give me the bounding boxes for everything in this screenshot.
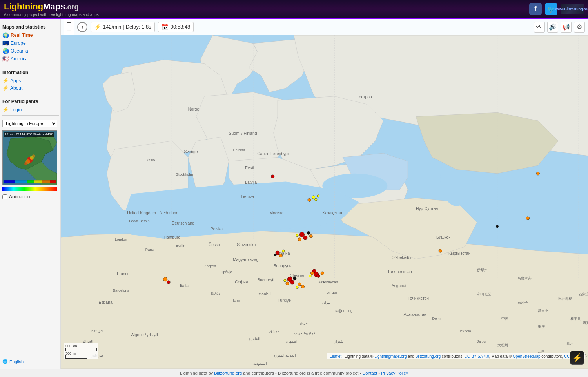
lightning-dot xyxy=(439,249,442,252)
facebook-button[interactable]: f xyxy=(529,3,542,15)
map-label-iraq: العراق xyxy=(300,321,310,325)
lightning-stats: ⚡ 142/min | Delay: 1.8s xyxy=(91,22,155,32)
lightningmaps-link[interactable]: Lightningmaps.org xyxy=(374,354,407,359)
lightning-dot xyxy=(317,195,319,197)
about-icon: ⚡ xyxy=(2,85,9,91)
speaker-icon: 🔊 xyxy=(549,23,557,31)
sidebar-divider-3 xyxy=(2,115,59,116)
speaker-button[interactable]: 🔊 xyxy=(547,22,558,33)
lightning-shortcut-button[interactable]: ⚡ xyxy=(570,351,584,365)
sidebar-divider-2 xyxy=(2,94,59,94)
sidebar-item-america[interactable]: 🇺🇸 America xyxy=(2,55,59,62)
leaflet-link[interactable]: Leaflet xyxy=(330,354,341,359)
map-label-deutschland: Deutschland xyxy=(172,221,194,225)
lightning-dot xyxy=(286,282,289,285)
login-icon: ⚡ xyxy=(2,107,9,112)
map-label-chongqing: 重庆 xyxy=(538,325,545,329)
map-label-france: France xyxy=(117,272,129,276)
sidebar-item-about[interactable]: ⚡ About xyxy=(2,85,59,91)
map-label-shihezi: 石河子 xyxy=(517,301,528,304)
sidebar-item-apps[interactable]: ⚡ Apps xyxy=(2,77,59,84)
main-map[interactable]: Suomi / Finland Norge Sverige Eesti Latv… xyxy=(61,35,588,369)
zoom-controls: + − xyxy=(64,19,74,35)
zoom-out-button[interactable]: − xyxy=(64,27,74,35)
map-label-polska: Polska xyxy=(211,227,223,231)
animation-label[interactable]: Animation xyxy=(9,194,30,199)
animation-checkbox[interactable] xyxy=(2,194,7,199)
globe-icon: 🌍 xyxy=(2,32,9,38)
svg-rect-9 xyxy=(27,180,34,183)
map-label-dagomong: Dağomong xyxy=(334,309,352,313)
footer-contact-link[interactable]: Contact xyxy=(362,371,377,375)
blitzortung-link[interactable]: Blitzortung.org xyxy=(416,354,441,359)
map-label-chisinau: Chișinău xyxy=(290,274,306,278)
lightning-dot xyxy=(290,280,294,284)
mini-map-svg xyxy=(3,131,57,185)
svg-rect-12 xyxy=(50,180,56,183)
sidebar-item-europe[interactable]: 🇪🇺 Europe xyxy=(2,40,59,47)
map-label-wulumuqi: 乌鲁木齐 xyxy=(517,276,532,280)
map-label-bucuresti: București xyxy=(257,278,274,282)
logo-maps: Maps xyxy=(43,2,65,11)
settings-button[interactable]: ⚙ xyxy=(574,22,585,33)
svg-rect-10 xyxy=(34,180,42,183)
map-label-srbija: Србија xyxy=(221,270,233,274)
map-label-heping2: 石家庄 xyxy=(579,292,588,296)
map-label-turkmen: Turkmenistan xyxy=(387,270,412,274)
map-label-dali: 大理州 xyxy=(497,343,508,347)
delay-value: Delay: 1.8s xyxy=(126,24,151,30)
lightning-dot xyxy=(293,277,296,280)
lightning-dot xyxy=(321,272,324,275)
logo-subtitle: A community project with free lightning … xyxy=(4,13,99,17)
map-label-changji: 昌吉州 xyxy=(538,309,548,313)
lightning-dot xyxy=(315,198,317,201)
cc-by-sa-link[interactable]: CC-BY-SA 4.0 xyxy=(465,354,489,359)
map-label-cesko: Česko xyxy=(209,242,220,247)
participants-section-title: For Participants xyxy=(2,99,58,104)
lightning-dot xyxy=(299,232,304,237)
region-dropdown[interactable]: Lightning in Europe Lightning in Oceania… xyxy=(2,120,57,127)
sidebar-item-oceania[interactable]: 🌏 Oceania xyxy=(2,47,59,54)
zoom-in-button[interactable]: + xyxy=(64,19,74,27)
lightning-dot xyxy=(301,285,304,288)
map-label-turkiye: Türkiye xyxy=(278,298,291,303)
language-selector[interactable]: 🌐 English xyxy=(2,357,59,366)
map-label-britain: Great Britain xyxy=(129,219,149,223)
site-logo[interactable]: LightningMaps.org xyxy=(4,2,99,12)
scale-label-500: 500 km xyxy=(65,344,97,348)
svg-rect-7 xyxy=(4,180,15,183)
map-label-ostrov: остров xyxy=(359,95,372,99)
mini-map[interactable]: 19144 - 21144 UTC Strokes: 4487 xyxy=(2,130,57,185)
map-label-norge: Norge xyxy=(188,107,199,111)
map-label-jaipur: Jaipur xyxy=(477,339,487,343)
openstreetmap-link[interactable]: OpenStreetMap xyxy=(513,354,541,359)
info-button[interactable]: i xyxy=(77,22,87,32)
map-area[interactable]: + − i ⚡ 142/min | Delay: 1.8s 📅 00:53:48… xyxy=(61,19,588,369)
sidebar: Maps and statistics 🌍 Real Time 🇪🇺 Europ… xyxy=(0,19,61,369)
eye-icon: 👁 xyxy=(536,24,543,31)
map-label-stockholm: Stockholm xyxy=(176,172,193,176)
scale-bar-500 xyxy=(65,348,97,351)
blitzortung-logo[interactable]: www.Blitzortung.org xyxy=(561,4,584,14)
lightning-dot xyxy=(303,236,307,240)
map-label-istanbul: İstanbul xyxy=(257,292,271,296)
lightning-dot xyxy=(312,196,315,199)
lightning-dot xyxy=(536,172,539,175)
sidebar-item-realtime[interactable]: 🌍 Real Time xyxy=(2,32,59,39)
sidebar-item-login[interactable]: ⚡ Login xyxy=(2,106,59,113)
map-label-belarys: Беларусь xyxy=(274,264,291,268)
logo-org: .org xyxy=(65,3,78,11)
color-scale xyxy=(2,187,57,191)
lightning-dot xyxy=(296,286,298,288)
lightning-dot xyxy=(296,234,298,236)
footer-blitzortung-link[interactable]: Blitzortung.org xyxy=(214,371,242,375)
svg-rect-8 xyxy=(15,180,27,183)
apps-icon: ⚡ xyxy=(2,78,9,83)
speaker2-button[interactable]: 📢 xyxy=(561,22,572,33)
map-label-hetian: 和田地区 xyxy=(477,292,491,296)
footer-privacy-link[interactable]: Privacy Policy xyxy=(381,371,408,375)
map-label-alger: الجزائر xyxy=(82,339,93,344)
map-label-uzbek: O'zbekiston xyxy=(392,256,413,260)
eye-button[interactable]: 👁 xyxy=(534,22,545,33)
map-label-kyrgyz: Кыргызстан xyxy=(448,251,470,256)
